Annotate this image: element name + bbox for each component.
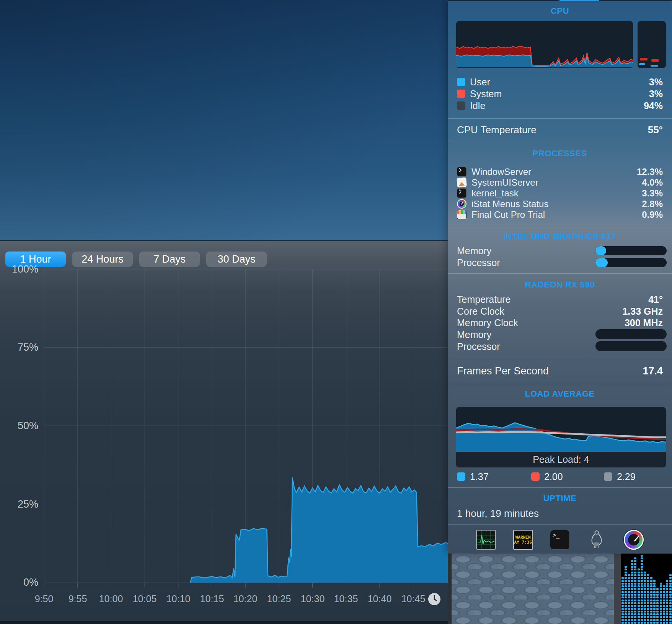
equalizer-cell [631,594,633,596]
equalizer-cell [638,596,640,598]
equalizer-cell [669,616,672,618]
tab-7-days[interactable]: 7 Days [139,252,200,267]
equalizer-cell [631,602,633,604]
equalizer-cell [641,594,643,596]
equalizer-cell [663,594,665,596]
x-axis-label: 10:05 [128,593,161,604]
clock-icon[interactable] [427,592,441,606]
equalizer-cell [631,585,633,587]
equalizer-cell [653,611,656,613]
equalizer-cell [625,594,627,596]
equalizer-cell [666,588,668,590]
process-row[interactable]: iStat Menus Status 2.8% [457,199,663,209]
intel-memory-label: Memory [457,245,491,256]
equalizer-cell [628,613,630,615]
user-value: 3% [649,76,663,88]
equalizer-cell [650,580,652,582]
window-edge-divider [614,554,621,624]
equalizer-cell [660,588,662,590]
tab-24-hours[interactable]: 24 Hours [72,252,133,267]
equalizer-cell [631,566,633,568]
equalizer-cell [669,602,672,604]
equalizer-cell [631,577,633,579]
warning-lcd-icon[interactable]: WARNIN AY 7:36 [513,530,533,550]
equalizer-cell [669,599,672,601]
equalizer-cell [663,605,665,607]
equalizer-cell [644,611,646,613]
cpu-history-graph[interactable] [456,21,633,68]
process-cpu-value: 3.3% [642,188,663,198]
equalizer-cell [644,591,646,593]
equalizer-cell [656,611,659,613]
equalizer-cell [644,608,646,610]
divider [448,118,672,119]
terminal-glyph: >_ [553,532,559,539]
divider [448,359,672,359]
istat-gauge-icon[interactable] [624,530,644,550]
x-axis-label: 10:45 [396,593,430,604]
equalizer-cell [653,585,656,587]
equalizer-cell [644,580,646,582]
terminal-icon [457,188,466,198]
cpu-temperature-label: CPU Temperature [457,124,537,136]
equalizer-cell [628,611,630,613]
lcd-line1: WARNIN [514,535,532,540]
x-axis-label: 9:55 [61,593,95,604]
process-row[interactable]: Final Cut Pro Trial 0.9% [457,209,663,220]
radeon-memory-clock-value: 300 MHz [625,317,663,328]
process-row[interactable]: WindowServer 12.3% [457,167,663,177]
equalizer-cell [647,599,649,601]
equalizer-cell [625,585,627,587]
divider [448,273,672,274]
equalizer-cell [650,577,652,579]
equalizer-cell [644,574,646,576]
equalizer-cell [641,599,643,601]
equalizer-cell [663,602,665,604]
equalizer-cell [656,596,659,598]
equalizer-cell [669,622,672,624]
equalizer-cell [634,580,636,582]
equalizer-cell [644,596,646,598]
divider [448,142,672,142]
process-row[interactable]: SystemUIServer 4.0% [457,177,663,188]
istat-toolbar: WARNIN AY 7:36 >_ [448,529,672,551]
equalizer-cell [653,608,656,610]
equalizer-cell [647,585,649,587]
cpu-current-graph[interactable] [638,21,666,68]
equalizer-cell [638,613,640,615]
equalizer-cell [644,622,646,624]
cpu-section-header: CPU [448,5,672,17]
equalizer-cell [641,560,643,562]
equalizer-cell [625,583,627,585]
equalizer-cell [644,619,646,621]
load-average-graph[interactable]: Peak Load: 4 [456,407,666,467]
equalizer-cell [634,599,636,601]
equalizer-cell [638,605,640,607]
equalizer-cell [663,596,665,598]
radeon-temperature-value: 41° [648,294,663,305]
equalizer-cell [650,619,652,621]
equalizer-cell [656,591,659,593]
equalizer-cell [641,555,643,557]
equalizer-cell [638,602,640,604]
equalizer-cell [628,599,630,601]
radeon-memory-bar [595,329,667,339]
equalizer-cell [621,583,624,585]
y-axis-label: 25% [0,498,38,510]
equalizer-cell [650,591,652,593]
equalizer-cell [653,599,656,601]
equalizer-cell [625,613,627,615]
audio-equalizer-visualizer [621,554,672,624]
oscilloscope-icon[interactable] [476,530,496,550]
process-row[interactable]: kernel_task 3.3% [457,188,663,198]
istat-menus-panel: CPU User 3% System 3% Idle 94% CPU Tempe… [448,0,672,554]
x-axis-label: 10:40 [363,593,396,604]
equalizer-cell [647,583,649,585]
equalizer-cell [621,585,624,587]
calipers-chip-icon[interactable] [587,530,607,550]
process-cpu-value: 2.8% [642,199,663,209]
equalizer-cell [641,572,643,573]
tab-30-days[interactable]: 30 Days [206,252,267,267]
equalizer-cell [653,602,656,604]
terminal-icon[interactable]: >_ [550,530,570,550]
